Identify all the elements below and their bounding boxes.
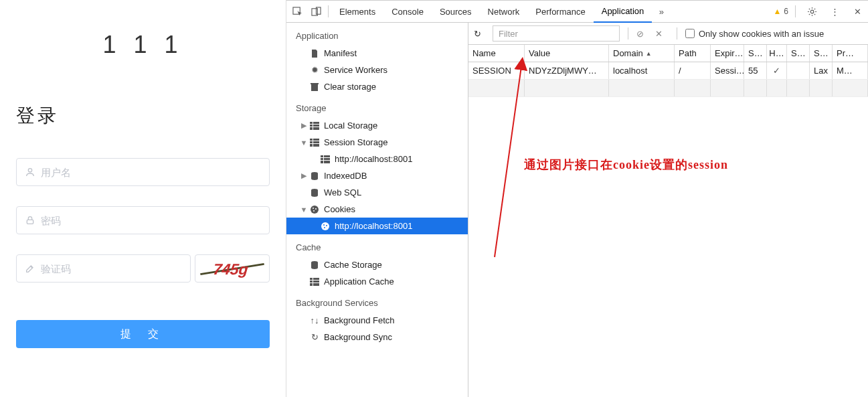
svg-rect-17 (321, 157, 330, 158)
section-background: Background Services (286, 290, 468, 312)
table-row-empty[interactable] (468, 80, 868, 97)
cookies-toolbar: ↻ ⊘ ✕ Only show cookies with an issue (468, 23, 868, 45)
svg-point-29 (324, 227, 325, 228)
col-name[interactable]: Name (468, 45, 525, 62)
svg-rect-13 (310, 141, 319, 141)
cell-value: NDYzZDljMWY… (525, 62, 609, 79)
username-field-wrap (16, 158, 270, 186)
cell-domain: localhost (609, 62, 675, 79)
svg-point-24 (315, 208, 317, 210)
svg-point-26 (321, 222, 329, 230)
svg-rect-10 (310, 127, 319, 127)
tab-console[interactable]: Console (383, 1, 432, 23)
gear-icon[interactable] (802, 1, 821, 23)
svg-rect-14 (310, 143, 319, 144)
tab-sources[interactable]: Sources (432, 1, 480, 23)
sidebar-local-storage[interactable]: ▶Local Storage (286, 117, 468, 134)
sidebar-clear-storage[interactable]: Clear storage (286, 78, 468, 95)
svg-rect-11 (313, 122, 313, 130)
delete-selected-icon[interactable]: ✕ (655, 29, 669, 39)
sidebar-websql[interactable]: Web SQL (286, 184, 468, 201)
devtools-tabs: Elements Console Sources Network Perform… (286, 1, 868, 23)
user-icon (25, 167, 35, 177)
clear-all-icon[interactable]: ⊘ (636, 29, 650, 39)
sidebar-indexeddb[interactable]: ▶IndexedDB (286, 167, 468, 184)
svg-rect-9 (310, 124, 319, 125)
svg-rect-12 (310, 139, 319, 147)
svg-rect-33 (310, 283, 319, 283)
page-title: 1 1 1 (16, 31, 270, 59)
sidebar-session-storage-host[interactable]: http://localhost:8001 (286, 151, 468, 167)
svg-rect-19 (323, 155, 324, 163)
svg-rect-32 (310, 280, 319, 281)
table-header: Name Value Domain Path Expir… S… H… S… S… (468, 45, 868, 62)
col-domain[interactable]: Domain (609, 45, 675, 62)
svg-rect-34 (313, 278, 313, 286)
cell-path: / (675, 62, 711, 79)
tab-network[interactable]: Network (480, 1, 528, 23)
application-sidebar: Application Manifest ✹Service Workers Cl… (286, 23, 468, 397)
kebab-icon[interactable]: ⋮ (825, 1, 844, 23)
login-page: 1 1 1 登录 745g (0, 0, 286, 397)
svg-point-22 (311, 206, 319, 214)
section-cache: Cache (286, 234, 468, 256)
sidebar-cookies-host[interactable]: http://localhost:8001 (286, 218, 468, 234)
col-path[interactable]: Path (675, 45, 711, 62)
only-issue-label: Only show cookies with an issue (699, 29, 824, 39)
svg-text:745g: 745g (212, 260, 249, 278)
captcha-image[interactable]: 745g (195, 254, 270, 283)
cell-samesite: Lax (810, 62, 833, 79)
cell-size: 55 (744, 62, 767, 79)
password-input[interactable] (41, 215, 261, 226)
section-storage: Storage (286, 95, 468, 117)
captcha-field-wrap (16, 254, 191, 283)
svg-rect-1 (27, 220, 33, 224)
filter-input[interactable] (493, 25, 620, 42)
svg-rect-15 (313, 139, 313, 147)
sidebar-service-workers[interactable]: ✹Service Workers (286, 62, 468, 78)
tab-application[interactable]: Application (594, 1, 653, 23)
tab-performance[interactable]: Performance (527, 1, 593, 23)
cell-httponly: ✓ (767, 62, 787, 79)
sidebar-application-cache[interactable]: Application Cache (286, 273, 468, 290)
refresh-icon[interactable]: ↻ (474, 29, 487, 39)
cell-expires: Sessi… (711, 62, 744, 79)
sidebar-manifest[interactable]: Manifest (286, 45, 468, 62)
col-httponly[interactable]: H… (767, 45, 787, 62)
sidebar-bg-fetch[interactable]: ↑↓Background Fetch (286, 312, 468, 329)
warnings-count[interactable]: ▲6 (773, 7, 788, 16)
sidebar-cookies[interactable]: ▼Cookies (286, 201, 468, 218)
submit-button[interactable]: 提 交 (16, 320, 270, 348)
svg-point-0 (28, 169, 31, 172)
cookies-table: Name Value Domain Path Expir… S… H… S… S… (468, 45, 868, 397)
sidebar-bg-sync[interactable]: ↻Background Sync (286, 329, 468, 345)
col-size[interactable]: S… (744, 45, 767, 62)
col-value[interactable]: Value (525, 45, 609, 62)
col-expires[interactable]: Expir… (711, 45, 744, 62)
svg-point-25 (313, 210, 315, 212)
col-samesite[interactable]: S… (810, 45, 833, 62)
col-priority[interactable]: Pr… (833, 45, 868, 62)
svg-rect-8 (310, 122, 319, 130)
captcha-input[interactable] (41, 263, 182, 274)
tab-elements[interactable]: Elements (331, 1, 383, 23)
device-toggle-icon[interactable] (307, 1, 325, 23)
inspect-icon[interactable] (288, 1, 307, 23)
devtools-panel: Elements Console Sources Network Perform… (286, 0, 868, 397)
form-heading: 登录 (16, 103, 270, 129)
only-issue-checkbox[interactable] (685, 29, 695, 38)
svg-point-7 (810, 10, 814, 13)
cookies-pane: ↻ ⊘ ✕ Only show cookies with an issue Na… (468, 23, 868, 397)
edit-icon (25, 263, 35, 274)
table-row[interactable]: SESSION NDYzZDljMWY… localhost / Sessi… … (468, 62, 868, 80)
only-issue-checkbox-wrap[interactable]: Only show cookies with an issue (685, 29, 824, 39)
sidebar-session-storage[interactable]: ▼Session Storage (286, 134, 468, 151)
col-secure[interactable]: S… (787, 45, 810, 62)
svg-point-27 (323, 224, 325, 226)
svg-point-28 (326, 225, 327, 226)
sidebar-cache-storage[interactable]: Cache Storage (286, 256, 468, 273)
username-input[interactable] (41, 167, 261, 178)
svg-rect-18 (321, 160, 330, 161)
more-tabs-icon[interactable]: » (652, 1, 671, 23)
close-devtools-icon[interactable]: ✕ (848, 1, 867, 23)
